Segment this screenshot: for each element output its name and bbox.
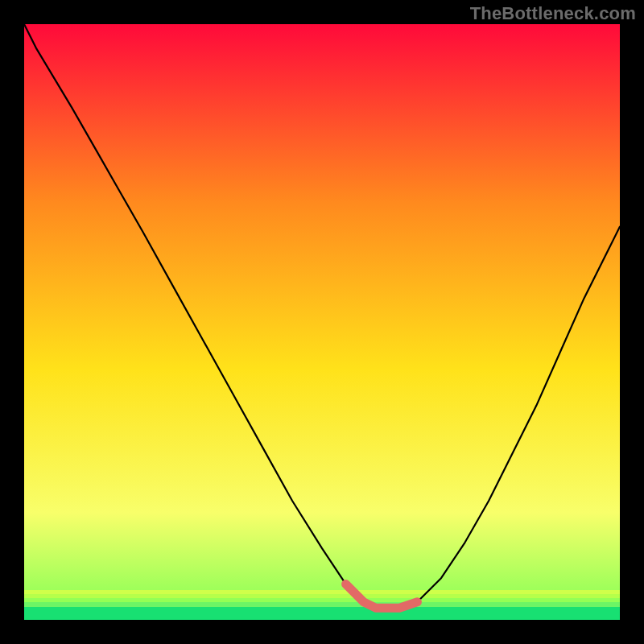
attribution-watermark: TheBottleneck.com — [470, 3, 636, 24]
band-stripe-3 — [24, 598, 620, 602]
heatmap-background — [24, 24, 620, 620]
chart-svg — [24, 24, 620, 620]
band-stripe-5 — [24, 607, 620, 620]
band-stripe-1 — [24, 590, 620, 594]
band-stripe-4 — [24, 602, 620, 607]
band-stripe-2 — [24, 594, 620, 598]
chart-frame: TheBottleneck.com — [0, 0, 644, 644]
chart-plot-area — [24, 24, 620, 620]
